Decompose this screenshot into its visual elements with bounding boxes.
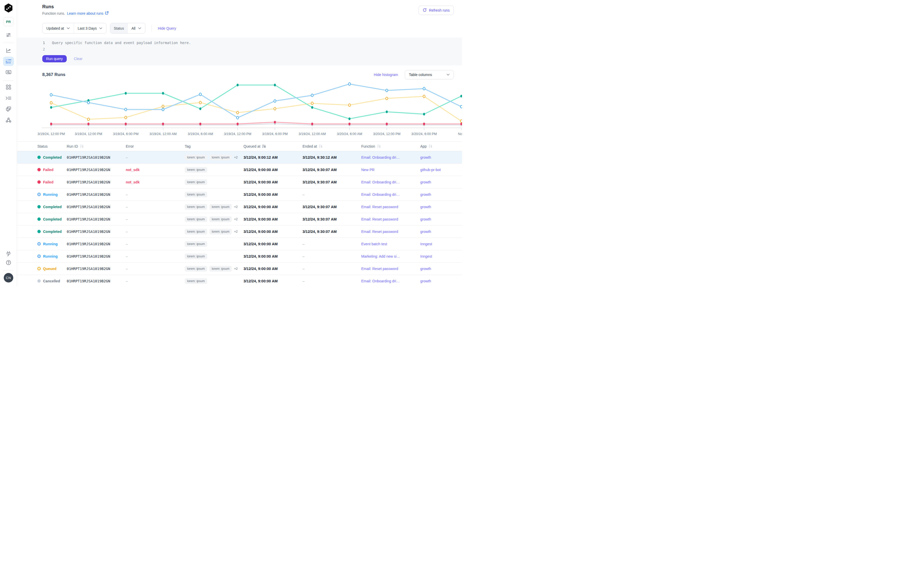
data-point-completed[interactable] xyxy=(460,95,462,97)
app-link[interactable]: growth xyxy=(420,230,431,234)
app-link[interactable]: Inngest xyxy=(420,254,432,258)
data-point-completed[interactable] xyxy=(236,84,239,86)
table-row[interactable]: Running01HRPT19RJSA1019B2GN–lorem: ipsum… xyxy=(17,188,462,201)
metrics-icon[interactable] xyxy=(6,48,11,53)
functions-icon[interactable] xyxy=(5,96,11,100)
app-link[interactable]: growth xyxy=(420,180,431,184)
table-row[interactable]: Cancelled01HRPT19RJSA1019B2GN–lorem: ips… xyxy=(17,275,462,286)
data-point-failed[interactable] xyxy=(386,123,388,125)
environment-badge[interactable]: PR xyxy=(4,17,13,26)
data-point-failed[interactable] xyxy=(162,123,164,125)
table-row[interactable]: Completed01HRPT19RJSA1019B2GN–lorem: ips… xyxy=(17,213,462,225)
function-link[interactable]: New PR xyxy=(361,168,374,172)
sort-field-select[interactable]: Updated at xyxy=(42,23,74,33)
sort-icon[interactable] xyxy=(80,144,84,148)
tags-more-count[interactable]: +2 xyxy=(234,156,238,159)
table-columns-select[interactable]: Table columns xyxy=(405,70,454,79)
data-point-failed[interactable] xyxy=(125,123,127,125)
column-header-queued-at[interactable]: Queued at xyxy=(243,144,302,149)
app-link[interactable]: growth xyxy=(420,217,431,221)
data-point-failed[interactable] xyxy=(348,123,351,125)
sort-icon[interactable] xyxy=(319,144,323,148)
data-point-completed[interactable] xyxy=(162,92,164,95)
apps-icon[interactable] xyxy=(6,84,11,90)
column-header-function[interactable]: Function xyxy=(361,144,420,149)
data-point-queued[interactable] xyxy=(348,104,351,106)
table-row[interactable]: Queued01HRPT19RJSA1019B2GN–lorem: ipsuml… xyxy=(17,263,462,275)
tags-more-count[interactable]: +2 xyxy=(234,230,238,233)
data-point-queued[interactable] xyxy=(87,118,89,121)
function-link[interactable]: Email: Onboarding dri… xyxy=(361,180,399,184)
hide-histogram-link[interactable]: Hide histogram xyxy=(374,73,398,77)
data-point-running[interactable] xyxy=(199,93,201,96)
help-icon[interactable] xyxy=(6,260,11,265)
data-point-failed[interactable] xyxy=(274,121,276,124)
function-link[interactable]: Email: Onboarding dri… xyxy=(361,279,399,283)
hide-query-link[interactable]: Hide Query xyxy=(158,26,176,30)
sort-icon[interactable] xyxy=(429,144,432,148)
table-row[interactable]: Failed01HRPT19RJSA1019B2GNnot_sdklorem: … xyxy=(17,176,462,188)
tags-more-count[interactable]: +2 xyxy=(234,218,238,221)
sliders-icon[interactable] xyxy=(6,32,11,38)
data-point-running[interactable] xyxy=(386,89,388,92)
clear-query-button[interactable]: Clear xyxy=(74,57,83,61)
data-point-completed[interactable] xyxy=(274,84,276,86)
data-point-failed[interactable] xyxy=(423,123,425,125)
data-point-failed[interactable] xyxy=(50,123,52,125)
status-filter[interactable]: Status All xyxy=(110,23,145,33)
tags-more-count[interactable]: +2 xyxy=(234,267,238,271)
data-point-completed[interactable] xyxy=(386,111,388,113)
table-row[interactable]: Failed01HRPT19RJSA1019B2GNnot_sdklorem: … xyxy=(17,164,462,176)
data-point-running[interactable] xyxy=(162,108,164,111)
function-link[interactable]: Email: Onboarding dri… xyxy=(361,193,399,197)
function-link[interactable]: Event batch test xyxy=(361,242,387,246)
data-point-running[interactable] xyxy=(274,100,276,102)
sort-icon[interactable] xyxy=(262,144,266,148)
data-point-queued[interactable] xyxy=(236,111,239,114)
function-link[interactable]: Email: Reset password xyxy=(361,217,398,221)
data-point-queued[interactable] xyxy=(125,116,127,119)
refresh-runs-button[interactable]: Refresh runs xyxy=(418,6,454,15)
column-header-app[interactable]: App xyxy=(420,144,454,149)
function-link[interactable]: Email: Reset password xyxy=(361,230,398,234)
app-link[interactable]: growth xyxy=(420,279,431,283)
data-point-queued[interactable] xyxy=(423,95,425,98)
app-link[interactable]: github-pr-bot xyxy=(420,168,441,172)
function-link[interactable]: Email: Onboarding dri… xyxy=(361,155,399,160)
time-range-select[interactable]: Last 3 Days xyxy=(74,23,106,33)
app-link[interactable]: growth xyxy=(420,267,431,271)
app-link[interactable]: growth xyxy=(420,155,431,160)
data-point-failed[interactable] xyxy=(87,123,89,125)
search-icon[interactable] xyxy=(5,70,11,75)
runs-icon[interactable] xyxy=(3,57,14,66)
run-query-button[interactable]: Run query xyxy=(42,55,67,63)
data-point-queued[interactable] xyxy=(50,102,52,104)
function-link[interactable]: Email: Reset password xyxy=(361,267,398,271)
app-link[interactable]: Inngest xyxy=(420,242,432,246)
function-link[interactable]: Marketing: Add new si… xyxy=(361,254,400,258)
data-point-completed[interactable] xyxy=(125,92,127,95)
data-point-failed[interactable] xyxy=(199,123,201,125)
data-point-running[interactable] xyxy=(236,116,239,119)
data-point-queued[interactable] xyxy=(162,105,164,108)
data-point-completed[interactable] xyxy=(348,117,351,120)
column-header-ended-at[interactable]: Ended at xyxy=(302,144,361,149)
events-icon[interactable] xyxy=(6,106,11,112)
table-row[interactable]: Completed01HRPT19RJSA1019B2GN–lorem: ips… xyxy=(17,201,462,213)
data-point-running[interactable] xyxy=(311,94,313,97)
webhooks-icon[interactable] xyxy=(5,117,11,123)
data-point-running[interactable] xyxy=(423,87,425,90)
status-filter-value[interactable]: All xyxy=(128,23,145,33)
data-point-completed[interactable] xyxy=(311,106,313,109)
inngest-logo[interactable] xyxy=(4,3,13,13)
table-row[interactable]: Running01HRPT19RJSA1019B2GN–lorem: ipsum… xyxy=(17,238,462,250)
learn-more-link[interactable]: Learn more about runs xyxy=(67,11,109,16)
data-point-completed[interactable] xyxy=(199,108,201,110)
user-avatar[interactable]: CN xyxy=(4,273,13,283)
table-row[interactable]: Completed01HRPT19RJSA1019B2GN–lorem: ips… xyxy=(17,225,462,238)
column-header-run-id[interactable]: Run ID xyxy=(67,144,126,149)
data-point-completed[interactable] xyxy=(423,113,425,116)
function-link[interactable]: Email: Reset password xyxy=(361,205,398,209)
app-link[interactable]: growth xyxy=(420,205,431,209)
data-point-running[interactable] xyxy=(125,108,127,111)
